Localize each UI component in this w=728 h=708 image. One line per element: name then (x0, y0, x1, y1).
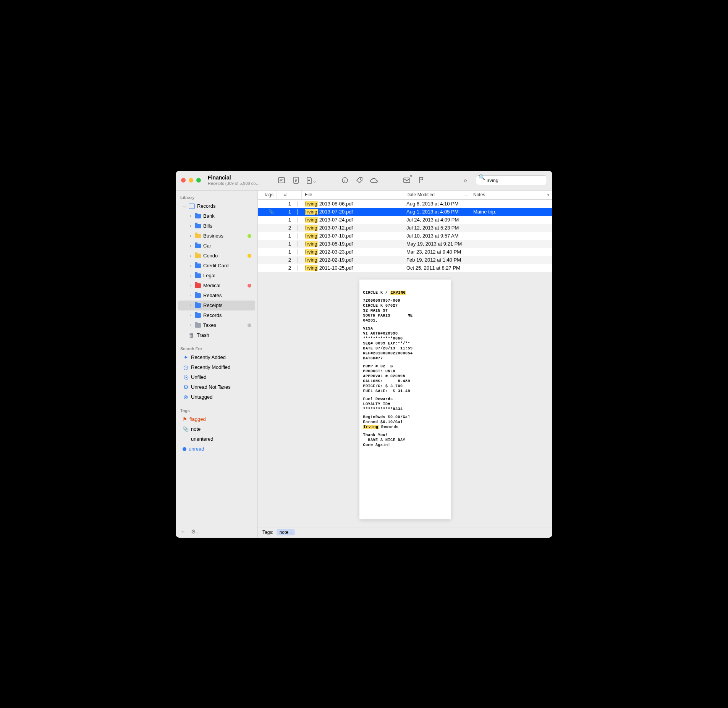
sidebar-item-records[interactable]: ⌵ Records (178, 201, 255, 211)
column-file[interactable]: File (302, 191, 403, 199)
gear-icon[interactable]: ⚙⌵ (191, 529, 198, 535)
sidebar-item-legal[interactable]: › Legal (178, 271, 255, 281)
tag-pill[interactable]: note⌵ (277, 529, 295, 535)
sidebar-item-label: Taxes (203, 322, 245, 328)
disclosure-icon[interactable]: › (189, 293, 193, 297)
disclosure-icon[interactable]: › (189, 234, 193, 238)
sidebar-item-label: Bills (203, 223, 251, 229)
disclosure-icon[interactable]: › (189, 244, 193, 248)
cell-number: 1 (277, 241, 294, 247)
receipt-document: CIRCLE K / IRVING 72000097957-009 CIRCLE… (359, 280, 451, 519)
cloud-icon[interactable] (369, 176, 379, 185)
sidebar-footer: ＋ ⚙⌵ (176, 526, 257, 538)
receipt-text: APPROVAL # 020998 (363, 374, 447, 379)
column-menu-icon[interactable]: ▾ (547, 193, 549, 197)
document-icon[interactable] (291, 176, 301, 185)
disclosure-icon[interactable]: › (189, 214, 193, 218)
sidebar-tag-flagged[interactable]: ⚑flagged (178, 414, 255, 424)
sidebar-item-bank[interactable]: › Bank (178, 211, 255, 221)
sidebar-item-records[interactable]: › Records (178, 310, 255, 320)
disclosure-icon[interactable]: › (189, 273, 193, 278)
cell-date: Jul 12, 2013 at 5:23 PM (403, 225, 470, 231)
sidebar-item-taxes[interactable]: › Taxes (178, 320, 255, 330)
disclosure-icon[interactable]: › (189, 263, 193, 268)
folder-icon (195, 283, 201, 288)
column-number[interactable]: # (277, 191, 294, 199)
sidebar-item-condo[interactable]: › Condo (178, 251, 255, 261)
table-row[interactable]: 1 Irving 2012-03-23.pdf Mar 23, 2012 at … (258, 248, 552, 256)
sidebar-item-unread-not-taxes[interactable]: ⚙ Unread Not Taxes (178, 382, 255, 392)
disclosure-icon[interactable]: ⌵ (183, 204, 186, 208)
sidebar-item-credit-card[interactable]: › Credit Card (178, 261, 255, 271)
search-input[interactable] (487, 178, 551, 183)
sidebar-item-trash[interactable]: 🗑 Trash (178, 330, 255, 340)
table-row[interactable]: 1 Irving 2013-07-10.pdf Jul 10, 2013 at … (258, 232, 552, 240)
sidebar-tag-unread[interactable]: unread (178, 444, 255, 454)
filename-text: 2011-10-25.pdf (319, 265, 353, 271)
cell-date: Aug 1, 2013 at 4:05 PM (403, 209, 470, 215)
column-notes[interactable]: Notes▾ (470, 191, 552, 199)
sidebar-item-bills[interactable]: › Bills (178, 221, 255, 231)
receipt-highlight: Irving (363, 425, 379, 429)
sidebar-item-unfiled[interactable]: ⎘ Unfiled (178, 372, 255, 382)
disclosure-icon[interactable]: › (189, 313, 193, 317)
table-row[interactable]: 2 Irving 2011-10-25.pdf Oct 25, 2011 at … (258, 264, 552, 272)
minimize-button[interactable] (189, 178, 193, 183)
column-tags[interactable]: Tags (258, 191, 277, 199)
paperclip-icon: 📎 (183, 426, 189, 432)
table-row[interactable]: 2 Irving 2013-07-12.pdf Jul 12, 2013 at … (258, 224, 552, 232)
sidebar-item-untagged[interactable]: ⊗ Untagged (178, 392, 255, 402)
disclosure-icon[interactable]: › (189, 303, 193, 307)
sidebar-item-rebates[interactable]: › Rebates (178, 291, 255, 301)
flag-icon[interactable] (417, 176, 426, 185)
sidebar-item-business[interactable]: › Business (178, 231, 255, 241)
table-row[interactable]: 1 Irving 2013-07-24.pdf Jul 24, 2013 at … (258, 216, 552, 224)
disclosure-icon[interactable]: › (189, 224, 193, 228)
column-date[interactable]: Date Modified⌵ (403, 191, 470, 199)
table-row[interactable]: 2 Irving 2012-02-19.pdf Feb 19, 2012 at … (258, 256, 552, 264)
sidebar-tag-note[interactable]: 📎note (178, 424, 255, 434)
tag-icon[interactable] (355, 176, 364, 185)
sidebar-item-recently-modified[interactable]: ◷ Recently Modified (178, 362, 255, 372)
cell-date: Mar 23, 2012 at 9:40 PM (403, 249, 470, 255)
table-row[interactable]: 📎 1 Irving 2013-07-20.pdf Aug 1, 2013 at… (258, 208, 552, 216)
zoom-button[interactable] (196, 178, 201, 183)
sidebar-tag-unentered[interactable]: unentered (178, 434, 255, 444)
sidebar-item-label: Records (203, 312, 251, 318)
sidebar-item-label: unentered (191, 436, 251, 442)
receipt-text: Thank You! (363, 433, 447, 438)
add-button[interactable]: ＋ (180, 529, 186, 535)
cell-date: Oct 25, 2011 at 8:27 PM (403, 265, 470, 271)
receipt-text: VISA (363, 326, 447, 331)
column-flag[interactable] (294, 191, 302, 199)
disclosure-icon[interactable]: › (189, 283, 193, 288)
import-icon[interactable]: ⌵ (306, 176, 317, 185)
flag-icon: ⚑ (183, 416, 187, 422)
cell-file: Irving 2013-05-19.pdf (302, 241, 403, 247)
sidebar-item-medical[interactable]: › Medical (178, 281, 255, 291)
overflow-icon[interactable]: » (461, 176, 470, 185)
sidebar-item-receipts[interactable]: › Receipts (178, 301, 255, 310)
window-title: Financial (208, 175, 271, 181)
sidebar-item-recently-added[interactable]: ✦ Recently Added (178, 352, 255, 362)
svg-rect-4 (404, 178, 410, 183)
titlebar: Financial Receipts (309 of 5,908 co… ⌵ » (176, 171, 552, 191)
disclosure-icon[interactable]: › (189, 323, 193, 327)
scan-icon[interactable] (277, 176, 286, 185)
table-row[interactable]: 1 Irving 2013-08-06.pdf Aug 6, 2013 at 4… (258, 200, 552, 208)
smart-icon: ⎘ (183, 374, 189, 380)
receipt-text: GALLONS: 8.489 (363, 379, 447, 384)
search-field[interactable]: 🔍⌵ ✕ (476, 175, 547, 185)
disclosure-icon[interactable]: › (189, 254, 193, 258)
close-button[interactable] (181, 178, 186, 183)
sidebar-item-car[interactable]: › Car (178, 241, 255, 251)
sidebar-item-label: Bank (203, 213, 251, 219)
column-label: File (305, 192, 312, 197)
main-panel: Tags # File Date Modified⌵ Notes▾ 1 Irvi… (258, 191, 552, 538)
info-icon[interactable] (340, 176, 349, 185)
mail-icon[interactable] (402, 176, 411, 185)
statusbar-label: Tags: (262, 530, 273, 535)
filename-text: 2012-03-23.pdf (319, 249, 353, 255)
cell-flag (294, 241, 302, 247)
table-row[interactable]: 1 Irving 2013-05-19.pdf May 19, 2013 at … (258, 240, 552, 248)
